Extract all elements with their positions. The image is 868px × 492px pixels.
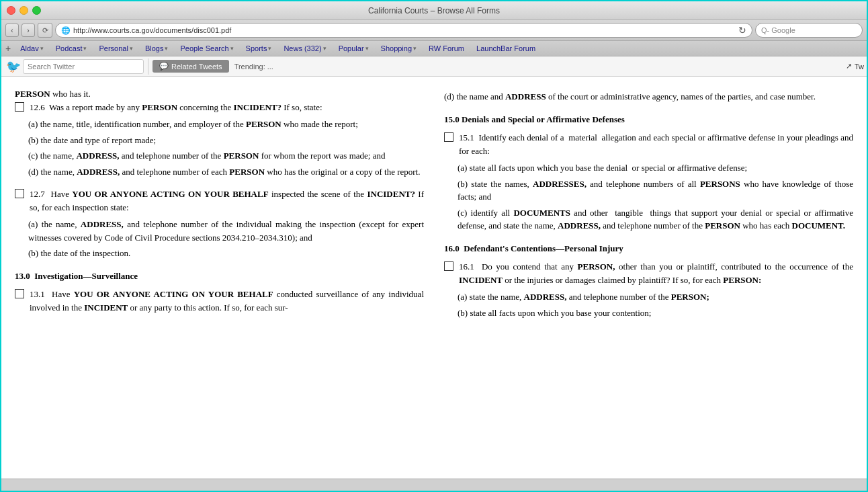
sub-item-15-1-c: (c) identify all DOCUMENTS and other tan…	[458, 206, 853, 233]
checkbox-16-1[interactable]	[444, 261, 453, 271]
browser-window: California Courts – Browse All Forms ‹ ›…	[0, 0, 868, 492]
sub-item-16-1-a: (a) state the name, ADDRESS, and telepho…	[458, 290, 853, 304]
sidebar-item-people-search[interactable]: People Search▾	[175, 43, 238, 54]
aldav-label: Aldav	[20, 44, 39, 52]
sidebar-item-sports[interactable]: Sports▾	[241, 43, 277, 54]
rw-forum-label: RW Forum	[429, 44, 464, 52]
sidebar-item-shopping[interactable]: Shopping▾	[376, 43, 423, 54]
sub-item-15-1-b: (b) state the names, ADDRESSES, and tele…	[458, 177, 853, 204]
checkbox-12-6[interactable]	[15, 102, 24, 112]
title-bar: California Courts – Browse All Forms	[1, 1, 867, 20]
pdf-section-15: 15.0 Denials and Special or Affirmative …	[444, 113, 853, 233]
sub-item-15-1-a: (a) state all facts upon which you base …	[458, 161, 853, 175]
pdf-right-column: (d) the name and ADDRESS of the court or…	[444, 87, 853, 468]
forward-button[interactable]: ›	[21, 24, 35, 37]
pdf-item-16-1-header: 16.1 Do you contend that any PERSON, oth…	[444, 260, 853, 286]
sidebar-item-popular[interactable]: Popular▾	[333, 43, 374, 54]
external-link-icon: ↗	[846, 62, 852, 71]
checkbox-15-1[interactable]	[444, 132, 453, 142]
pdf-right-intro: (d) the name and ADDRESS of the court or…	[444, 90, 853, 104]
sports-label: Sports	[246, 44, 267, 52]
sub-item-d: (d) the name, ADDRESS, and telephone num…	[28, 165, 424, 179]
news-label: News (332)	[284, 44, 321, 52]
google-search-bar[interactable]: Q- Google	[755, 23, 863, 38]
pdf-item-12-7-text: 12.7 Have YOU OR ANYONE ACTING ON YOUR B…	[30, 188, 424, 214]
pdf-content: PERSON who has it. 12.6 Was a report mad…	[1, 77, 867, 479]
twitter-search-input[interactable]	[23, 59, 144, 74]
address-bar[interactable]: 🌐 http://www.courts.ca.gov/documents/dis…	[55, 23, 752, 38]
pdf-item-12-6-text: 12.6 Was a report made by any PERSON con…	[30, 101, 322, 114]
sidebar-item-personal[interactable]: Personal▾	[93, 43, 138, 54]
section-16-header: 16.0 Defendant's Contentions—Personal In…	[444, 242, 853, 255]
sidebar-item-blogs[interactable]: Blogs▾	[140, 43, 174, 54]
sub-item-c: (c) the name, ADDRESS, and telephone num…	[28, 149, 424, 163]
back-button[interactable]: ‹	[5, 24, 19, 37]
pdf-section-16: 16.0 Defendant's Contentions—Personal In…	[444, 242, 853, 320]
close-button[interactable]	[7, 6, 15, 15]
title-bar-buttons	[7, 6, 41, 15]
twitter-right-label: Tw	[855, 63, 864, 71]
sidebar-item-news[interactable]: News (332)▾	[278, 43, 331, 54]
pdf-intro-text: PERSON who has it.	[15, 87, 424, 101]
sub-item-12-7-b: (b) the date of the inspection.	[28, 247, 424, 260]
personal-label: Personal	[99, 44, 128, 52]
pdf-item-15-1-sub-items: (a) state all facts upon which you base …	[458, 161, 853, 233]
pdf-item-13-1-text: 13.1 Have YOU OR ANYONE ACTING ON YOUR B…	[30, 288, 424, 314]
divider	[148, 58, 148, 75]
google-search-text: Q- Google	[761, 26, 795, 34]
sub-item-b: (b) the date and type of report made;	[28, 134, 424, 147]
url-text: http://www.courts.ca.gov/documents/disc0…	[73, 26, 231, 34]
reload-icon[interactable]: ⟳	[38, 23, 52, 38]
browser-icon: 🌐	[61, 26, 71, 35]
section-13-header: 13.0 Investigation—Surveillance	[15, 270, 424, 283]
bookmarks-bar: + Aldav▾ Podcast▾ Personal▾ Blogs▾ Peopl…	[1, 41, 867, 56]
maximize-button[interactable]	[32, 6, 41, 15]
trending-label: Trending: ...	[234, 63, 273, 71]
twitter-bar-right: ↗ Tw	[846, 62, 864, 71]
chevron-down-icon: ▾	[323, 45, 327, 52]
speech-bubble-icon: 💬	[159, 62, 169, 71]
pdf-item-12-6: 12.6 Was a report made by any PERSON con…	[15, 101, 424, 179]
related-tweets-label: Related Tweets	[171, 63, 222, 71]
checkbox-13-1[interactable]	[15, 289, 24, 298]
chevron-down-icon: ▾	[230, 45, 234, 52]
launchbar-forum-label: LaunchBar Forum	[476, 44, 535, 52]
right-intro-d: (d) the name and ADDRESS of the court or…	[444, 90, 853, 104]
chevron-down-icon: ▾	[268, 45, 271, 52]
twitter-bar: 🐦 💬 Related Tweets Trending: ... ↗ Tw	[1, 56, 867, 77]
chevron-down-icon: ▾	[40, 45, 44, 52]
blogs-label: Blogs	[145, 44, 164, 52]
pdf-item-15-1-header: 15.1 Identify each denial of a material …	[444, 131, 853, 157]
podcast-label: Podcast	[56, 44, 83, 52]
sub-item-12-7-a: (a) the name, ADDRESS, and telephone num…	[28, 218, 424, 244]
pdf-left-column: PERSON who has it. 12.6 Was a report mad…	[15, 87, 424, 468]
pdf-item-12-7-header: 12.7 Have YOU OR ANYONE ACTING ON YOUR B…	[15, 188, 424, 214]
chevron-down-icon: ▾	[165, 45, 168, 52]
pdf-item-12-6-sub-items: (a) the name, title, identification numb…	[28, 118, 424, 178]
minimize-button[interactable]	[19, 6, 28, 15]
sidebar-item-launchbar-forum[interactable]: LaunchBar Forum	[471, 43, 541, 54]
related-tweets-button[interactable]: 💬 Related Tweets	[153, 60, 229, 73]
sub-item-16-1-b: (b) state all facts upon which you base …	[458, 306, 853, 320]
sidebar-item-rw-forum[interactable]: RW Forum	[423, 43, 470, 54]
add-bookmark-icon[interactable]: +	[5, 43, 11, 54]
sidebar-item-aldav[interactable]: Aldav▾	[15, 43, 49, 54]
refresh-icon[interactable]: ↻	[738, 25, 746, 36]
twitter-icon: 🐦	[4, 57, 23, 76]
status-bar	[1, 479, 867, 491]
checkbox-12-7[interactable]	[15, 189, 24, 198]
chevron-down-icon: ▾	[130, 45, 133, 52]
sub-item-a: (a) the name, title, identification numb…	[28, 118, 424, 131]
pdf-item-15-1-text: 15.1 Identify each denial of a material …	[459, 131, 853, 157]
address-bar-area: ‹ › ⟳ 🌐 http://www.courts.ca.gov/documen…	[1, 20, 867, 41]
chevron-down-icon: ▾	[83, 45, 87, 52]
pdf-section-13: 13.0 Investigation—Surveillance 13.1 Hav…	[15, 270, 424, 315]
chevron-down-icon: ▾	[365, 45, 369, 52]
sidebar-item-podcast[interactable]: Podcast▾	[50, 43, 93, 54]
people-search-label: People Search	[180, 44, 228, 52]
pdf-item-12-6-header: 12.6 Was a report made by any PERSON con…	[15, 101, 424, 114]
pdf-item-16-1-text: 16.1 Do you contend that any PERSON, oth…	[459, 260, 853, 286]
pdf-item-13-1-header: 13.1 Have YOU OR ANYONE ACTING ON YOUR B…	[15, 288, 424, 314]
popular-label: Popular	[339, 44, 364, 52]
pdf-item-12-7-sub-items: (a) the name, ADDRESS, and telephone num…	[28, 218, 424, 260]
